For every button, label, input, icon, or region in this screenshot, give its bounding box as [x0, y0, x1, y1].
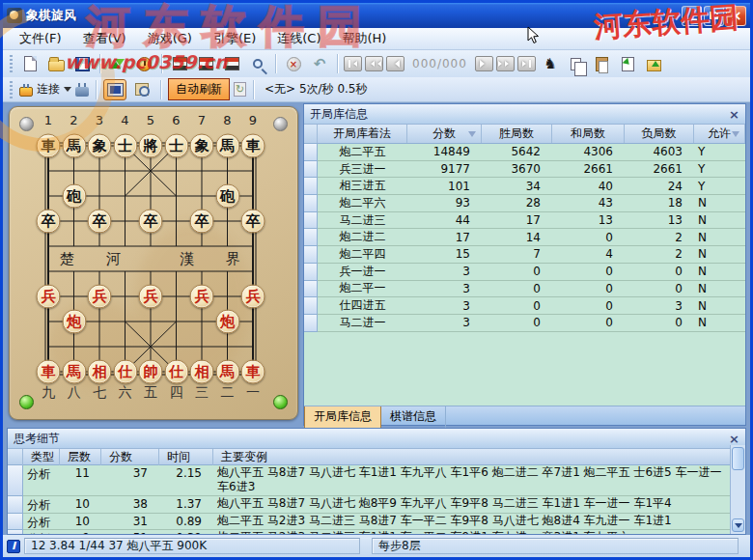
analysis-col-header-3[interactable]: 分数 — [101, 449, 159, 465]
opening-table-row[interactable]: 炮二进二171402N — [304, 229, 745, 246]
opening-table-row[interactable]: 炮二平一3000N — [304, 281, 745, 298]
first-move-button[interactable] — [344, 56, 362, 71]
analysis-table-row[interactable]: 分析10381.37炮八平五 马8进7 马八进七 炮8平9 车九平八 车9平8 … — [8, 496, 732, 514]
board-piece-兵[interactable]: 兵 — [37, 285, 61, 309]
board-piece-車[interactable]: 車 — [241, 360, 265, 384]
opening-table-row[interactable]: 炮二平五14849564243064603Y — [304, 144, 745, 161]
menu-item-5[interactable]: 连线(C) — [266, 27, 331, 50]
forward-button[interactable] — [475, 56, 493, 71]
board-piece-兵[interactable]: 兵 — [190, 285, 214, 309]
opening-table-row[interactable]: 兵一进一3000N — [304, 264, 745, 281]
board-piece-仕[interactable]: 仕 — [164, 360, 188, 384]
board-view-button-2[interactable] — [194, 53, 217, 74]
opening-col-header-5[interactable]: 负局数 — [625, 125, 694, 143]
scrollbar-thumb[interactable] — [732, 447, 744, 470]
board-piece-仕[interactable]: 仕 — [113, 360, 137, 384]
auto-refresh-button[interactable]: 自动刷新 — [168, 78, 230, 100]
flip-board-button[interactable] — [106, 53, 129, 74]
board-piece-車[interactable]: 車 — [37, 360, 61, 384]
board-piece-卒[interactable]: 卒 — [88, 210, 112, 234]
board-corner-button[interactable] — [273, 117, 288, 131]
board-view-button-3[interactable] — [220, 53, 243, 74]
analysis-scrollbar[interactable] — [730, 445, 745, 534]
board-piece-士[interactable]: 士 — [164, 134, 188, 158]
maximize-button[interactable] — [704, 6, 724, 26]
menu-item-1[interactable]: 文件(F) — [9, 27, 72, 50]
refresh-page-icon[interactable] — [234, 82, 246, 97]
board-corner-button[interactable] — [273, 395, 288, 409]
row-selector-cell[interactable] — [304, 246, 318, 264]
menu-item-3[interactable]: 游戏(G) — [137, 27, 203, 50]
row-selector-cell[interactable] — [304, 297, 318, 315]
export-button[interactable] — [643, 53, 666, 74]
board-piece-車[interactable]: 車 — [241, 134, 265, 158]
row-selector-cell[interactable] — [304, 281, 318, 298]
board-piece-馬[interactable]: 馬 — [62, 360, 86, 384]
board-piece-兵[interactable]: 兵 — [88, 285, 112, 309]
board-piece-砲[interactable]: 砲 — [215, 184, 239, 209]
opening-table-row[interactable]: 炮二平四15742N — [304, 246, 745, 264]
opening-table-row[interactable]: 仕四进五3003N — [304, 297, 745, 315]
opening-col-header-4[interactable]: 和局数 — [552, 125, 625, 143]
tab-opening-book[interactable]: 开局库信息 — [304, 406, 381, 429]
undo-button[interactable]: ↶ — [308, 53, 331, 74]
board-piece-卒[interactable]: 卒 — [190, 210, 214, 234]
board-piece-兵[interactable]: 兵 — [241, 285, 265, 309]
analysis-table-row[interactable]: 分析11372.15炮八平五 马8进7 马八进七 车1进1 车九平八 车1平6 … — [8, 465, 732, 496]
analysis-col-header-2[interactable]: 层数 — [60, 449, 101, 465]
board-piece-士[interactable]: 士 — [113, 134, 137, 158]
board-piece-砲[interactable]: 砲 — [62, 184, 86, 209]
row-selector-cell[interactable] — [8, 496, 23, 514]
board-piece-象[interactable]: 象 — [88, 134, 112, 158]
row-selector-cell[interactable] — [8, 514, 23, 530]
board-piece-將[interactable]: 將 — [139, 134, 163, 158]
board-piece-車[interactable]: 車 — [37, 134, 61, 158]
analysis-col-header-5[interactable]: 主要变例 — [213, 449, 732, 465]
board-view-button-1[interactable] — [168, 53, 191, 74]
opening-col-header-6[interactable]: 允许 — [694, 125, 745, 143]
board-piece-炮[interactable]: 炮 — [215, 310, 239, 334]
import-button[interactable] — [617, 53, 640, 74]
toolbar-grip[interactable] — [10, 81, 13, 98]
row-selector-cell[interactable] — [304, 212, 318, 230]
analysis-col-header-1[interactable]: 类型 — [23, 449, 60, 465]
board-piece-馬[interactable]: 馬 — [215, 360, 239, 384]
close-icon[interactable]: × — [729, 432, 739, 446]
row-selector-cell[interactable] — [304, 229, 318, 246]
opening-col-header-3[interactable]: 胜局数 — [482, 125, 552, 143]
menu-item-2[interactable]: 查看(V) — [72, 27, 137, 50]
board-piece-象[interactable]: 象 — [190, 134, 214, 158]
row-selector-cell[interactable] — [304, 161, 318, 179]
fast-forward-button[interactable] — [496, 56, 515, 71]
toolbar-grip[interactable] — [10, 55, 13, 72]
connect-dropdown-icon[interactable] — [64, 87, 71, 96]
board-corner-button[interactable] — [19, 395, 34, 409]
open-button[interactable] — [44, 53, 68, 74]
board-piece-相[interactable]: 相 — [190, 360, 214, 384]
row-selector-cell[interactable] — [304, 264, 318, 281]
board-piece-馬[interactable]: 馬 — [62, 134, 86, 158]
connect-label[interactable]: 连接 — [37, 81, 60, 98]
board-piece-馬[interactable]: 馬 — [215, 134, 239, 158]
last-move-button[interactable] — [517, 56, 536, 71]
board-corner-button[interactable] — [19, 117, 34, 131]
opening-table-row[interactable]: 兵三进一9177367026612661Y — [304, 161, 745, 179]
menu-item-6[interactable]: 帮助(H) — [331, 27, 397, 50]
copy-button[interactable] — [565, 53, 588, 74]
row-selector-cell[interactable] — [304, 315, 318, 332]
board-piece-卒[interactable]: 卒 — [37, 210, 61, 234]
board-piece-相[interactable]: 相 — [88, 360, 112, 384]
row-selector-cell[interactable] — [304, 195, 318, 212]
opening-table-row[interactable]: 相三进五101344024Y — [304, 178, 745, 195]
row-selector-cell[interactable] — [8, 465, 23, 496]
analysis-table-row[interactable]: 分析10310.89炮二平五 马2进3 马二进三 马8进7 车一平二 车9平8 … — [8, 514, 732, 530]
filter-icon[interactable] — [732, 131, 739, 141]
opening-col-header-1[interactable]: 开局库着法 — [318, 125, 407, 143]
menu-item-4[interactable]: 引擎(E) — [203, 27, 266, 50]
analysis-col-header-4[interactable]: 时间 — [159, 449, 213, 465]
stop-button[interactable]: × — [282, 53, 305, 74]
board-piece-帥[interactable]: 帥 — [139, 360, 163, 384]
engine-monitor-button[interactable] — [103, 79, 126, 100]
xiangqi-board[interactable]: 楚 河 漢 界 123456789九八七六五四三二一車馬象士將士象馬車砲砲卒卒卒… — [9, 106, 298, 420]
minimize-button[interactable]: — — [682, 6, 702, 26]
